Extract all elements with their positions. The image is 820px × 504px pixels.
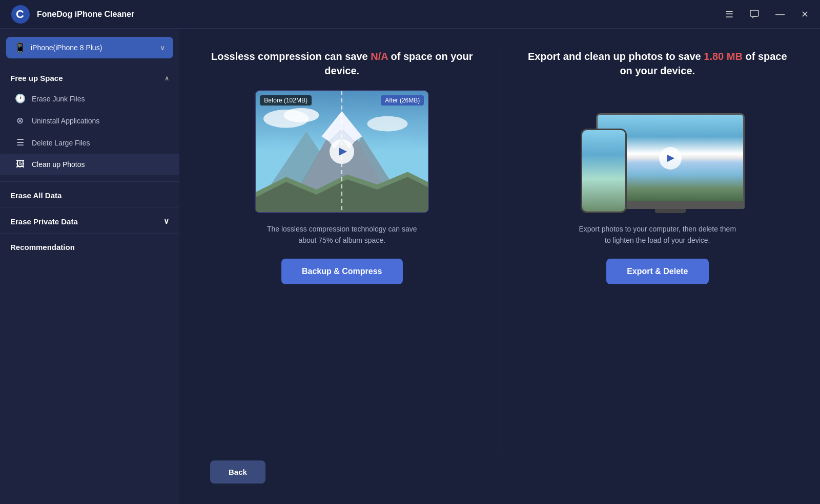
- chevron-down-icon: ∨: [160, 44, 165, 52]
- compress-card: Lossless compression can save N/A of spa…: [210, 49, 474, 450]
- sidebar-item-clean-photos[interactable]: 🖼 Clean up Photos: [0, 154, 179, 175]
- clock-icon: 🕐: [14, 93, 26, 104]
- after-label: After (26MB): [381, 95, 424, 106]
- sidebar-divider-1: [0, 181, 179, 182]
- erase-private-data-label: Erase Private Data: [10, 217, 78, 226]
- sidebar-divider-2: [0, 207, 179, 207]
- export-play-button[interactable]: [659, 147, 682, 170]
- svg-point-12: [284, 108, 319, 122]
- device-selector[interactable]: 📱 iPhone(iPhone 8 Plus) ∨: [6, 37, 173, 58]
- free-up-space-header[interactable]: Free up Space ∧: [0, 67, 179, 88]
- collapse-arrow-icon: ∧: [165, 75, 169, 82]
- erase-all-data-label: Erase All Data: [10, 191, 61, 200]
- device-selector-left: 📱 iPhone(iPhone 8 Plus): [14, 42, 102, 53]
- uninstall-icon: ⊗: [14, 115, 26, 126]
- compress-headline: Lossless compression can save N/A of spa…: [210, 49, 474, 78]
- compress-description: The lossless compression technology can …: [260, 223, 424, 246]
- card-separator: [500, 49, 500, 450]
- sidebar-divider-3: [0, 233, 179, 234]
- list-icon: ☰: [14, 137, 26, 148]
- erase-all-data-section[interactable]: Erase All Data: [0, 184, 179, 205]
- sidebar-item-uninstall-apps[interactable]: ⊗ Uninstall Applications: [0, 110, 179, 132]
- close-button[interactable]: ✕: [798, 7, 812, 22]
- sidebar-item-erase-junk[interactable]: 🕐 Erase Junk Files: [0, 88, 179, 110]
- menu-button[interactable]: ☰: [722, 7, 736, 22]
- app-body: 📱 iPhone(iPhone 8 Plus) ∨ Free up Space …: [0, 29, 820, 504]
- compression-comparison-box: Before (102MB) After (26MB): [255, 90, 429, 213]
- device-name: iPhone(iPhone 8 Plus): [31, 44, 102, 52]
- export-headline-before: Export and clean up photos to save: [528, 51, 704, 62]
- minimize-button[interactable]: —: [772, 7, 788, 22]
- export-headline: Export and clean up photos to save 1.80 …: [526, 49, 790, 78]
- compress-play-button[interactable]: [330, 139, 354, 164]
- free-up-space-label: Free up Space: [10, 74, 63, 82]
- app-logo: C: [10, 4, 31, 25]
- app-title: FoneDog iPhone Cleaner: [37, 10, 134, 19]
- erase-private-data-section[interactable]: Erase Private Data ∨: [0, 209, 179, 231]
- export-card: Export and clean up photos to save 1.80 …: [526, 49, 790, 450]
- device-mockup: [565, 90, 750, 213]
- before-label: Before (102MB): [260, 95, 312, 106]
- erase-junk-label: Erase Junk Files: [32, 95, 85, 103]
- expand-arrow-icon: ∨: [163, 217, 169, 226]
- sidebar-item-delete-large[interactable]: ☰ Delete Large Files: [0, 132, 179, 154]
- clean-photos-label: Clean up Photos: [32, 160, 85, 169]
- phone-mockup: [581, 129, 627, 213]
- compress-headline-before: Lossless compression can save: [211, 51, 371, 62]
- bottom-bar: Back: [210, 450, 789, 489]
- compress-highlight: N/A: [371, 51, 388, 62]
- phone-screen: [582, 130, 625, 212]
- svg-point-13: [367, 116, 408, 132]
- recommendation-label: Recommendation: [10, 243, 75, 251]
- title-bar: C FoneDog iPhone Cleaner ☰ — ✕: [0, 0, 820, 29]
- laptop-stand: [655, 209, 686, 213]
- photo-icon: 🖼: [14, 159, 26, 170]
- backup-compress-button[interactable]: Backup & Compress: [281, 259, 403, 284]
- cards-row: Lossless compression can save N/A of spa…: [210, 49, 789, 450]
- uninstall-apps-label: Uninstall Applications: [32, 117, 99, 125]
- export-highlight: 1.80 MB: [704, 51, 743, 62]
- svg-text:C: C: [16, 8, 24, 20]
- sidebar: 📱 iPhone(iPhone 8 Plus) ∨ Free up Space …: [0, 29, 179, 504]
- export-delete-button[interactable]: Export & Delete: [606, 259, 709, 284]
- delete-large-label: Delete Large Files: [32, 139, 90, 147]
- svg-rect-2: [750, 10, 758, 16]
- recommendation-section[interactable]: Recommendation: [0, 236, 179, 257]
- phone-icon: 📱: [14, 42, 26, 53]
- window-controls: ☰ — ✕: [722, 7, 812, 22]
- chat-button[interactable]: [747, 7, 762, 22]
- main-content: Lossless compression can save N/A of spa…: [179, 29, 820, 504]
- sidebar-section-free-space: Free up Space ∧ 🕐 Erase Junk Files ⊗ Uni…: [0, 67, 179, 179]
- export-description: Export photos to your computer, then del…: [576, 223, 740, 246]
- back-button[interactable]: Back: [210, 460, 265, 484]
